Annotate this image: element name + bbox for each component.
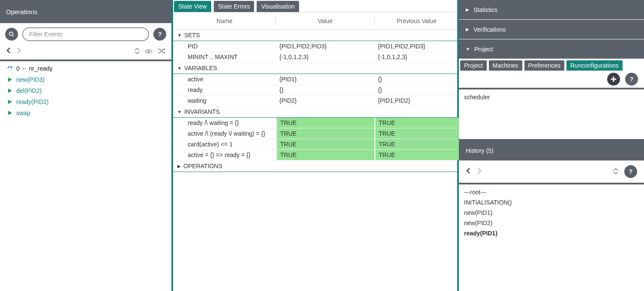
state-panel: State ViewState ErrorsVisualisation Name… bbox=[173, 0, 459, 291]
history-item[interactable]: ready(PID1) bbox=[463, 228, 640, 238]
state-section-variables[interactable]: ▼VARIABLES bbox=[173, 62, 457, 74]
right-panel: ▶Statistics▶Verifications▼Project Projec… bbox=[459, 0, 644, 291]
tab-visualisation[interactable]: Visualisation bbox=[257, 1, 299, 12]
operation-item[interactable]: swap bbox=[0, 107, 171, 119]
cell-value: {} bbox=[276, 85, 374, 95]
sort-icon[interactable] bbox=[135, 48, 140, 55]
table-row[interactable]: PID{PID1,PID2,PID3}{PID1,PID2,PID3} bbox=[173, 41, 457, 52]
section-title: OPERATIONS bbox=[183, 163, 222, 169]
state-section-operations[interactable]: ▶OPERATIONS bbox=[173, 160, 457, 172]
tab-runconfigurations[interactable]: Runconfigurations bbox=[566, 60, 623, 71]
tab-preferences[interactable]: Preferences bbox=[524, 60, 564, 71]
cell-name: ready bbox=[173, 85, 276, 95]
col-name: Name bbox=[173, 12, 276, 29]
operations-title: Operations bbox=[6, 8, 37, 15]
table-row[interactable]: MININT .. MAXINT{-1,0,1,2,3}{-1,0,1,2,3} bbox=[173, 52, 457, 62]
play-icon bbox=[7, 99, 13, 104]
filter-events-input[interactable] bbox=[22, 27, 149, 41]
section-title: VARIABLES bbox=[184, 65, 217, 71]
accordion-label: Project bbox=[474, 46, 493, 53]
play-icon bbox=[7, 110, 13, 116]
search-icon[interactable] bbox=[5, 28, 18, 41]
cell-value: TRUE bbox=[276, 128, 374, 139]
operations-toolbar: ? bbox=[0, 23, 171, 45]
history-item[interactable]: INITIALISATION() bbox=[463, 197, 640, 208]
cell-previous: TRUE bbox=[374, 128, 459, 139]
refresh-icon bbox=[7, 65, 13, 71]
tab-machines[interactable]: Machines bbox=[489, 60, 522, 71]
tab-state-errors[interactable]: State Errors bbox=[214, 1, 255, 12]
operation-label: swap bbox=[16, 110, 30, 116]
random-icon[interactable] bbox=[158, 48, 165, 55]
help-icon[interactable]: ? bbox=[624, 165, 637, 178]
nav-forward-icon[interactable] bbox=[16, 47, 21, 56]
cell-name: MININT .. MAXINT bbox=[173, 52, 276, 62]
cell-value: TRUE bbox=[276, 118, 374, 128]
operation-label: del(PID2) bbox=[16, 87, 42, 94]
state-tabs: State ViewState ErrorsVisualisation bbox=[173, 0, 457, 12]
cell-name: active = {} => ready = {} bbox=[173, 150, 276, 160]
cell-value: {PID1,PID2,PID3} bbox=[276, 41, 374, 51]
cell-name: active /\ (ready \/ waiting) = {} bbox=[173, 128, 276, 139]
operation-item[interactable]: 0 ← nr_ready bbox=[0, 63, 171, 74]
chevron-down-icon: ▼ bbox=[177, 110, 182, 114]
cell-previous: {PID1,PID2,PID3} bbox=[374, 41, 459, 51]
history-back-icon[interactable] bbox=[466, 167, 471, 176]
chevron-right-icon: ▶ bbox=[466, 27, 469, 32]
operation-item[interactable]: new(PID3) bbox=[0, 74, 171, 85]
section-title: INVARIANTS bbox=[184, 108, 220, 115]
cell-name: waiting bbox=[173, 95, 276, 106]
history-item[interactable]: new(PID1) bbox=[463, 208, 640, 218]
state-section-sets[interactable]: ▼SETS bbox=[173, 30, 457, 41]
accordion-project[interactable]: ▼Project bbox=[459, 39, 644, 59]
project-item[interactable]: scheduler bbox=[464, 94, 639, 101]
help-icon[interactable]: ? bbox=[625, 73, 638, 86]
project-tabs: ProjectMachinesPreferencesRunconfigurati… bbox=[459, 59, 644, 71]
cell-value: {PID1} bbox=[276, 74, 374, 84]
history-forward-icon[interactable] bbox=[477, 167, 482, 176]
cell-previous: {} bbox=[374, 85, 459, 95]
help-icon[interactable]: ? bbox=[153, 28, 166, 41]
add-icon[interactable] bbox=[607, 73, 620, 86]
table-row[interactable]: active{PID1}{} bbox=[173, 74, 457, 85]
state-table: Name Value Previous Value ▼SETSPID{PID1,… bbox=[173, 12, 457, 172]
cell-name: card(active) <= 1 bbox=[173, 139, 276, 149]
table-row[interactable]: ready{}{} bbox=[173, 85, 457, 95]
operation-label: ready(PID2) bbox=[16, 98, 48, 105]
table-row[interactable]: active = {} => ready = {}TRUETRUE bbox=[173, 150, 457, 160]
tab-project[interactable]: Project bbox=[460, 60, 487, 71]
table-row[interactable]: ready /\ waiting = {}TRUETRUE bbox=[173, 118, 457, 128]
cell-previous: {PID1,PID2} bbox=[374, 95, 459, 106]
project-actions: ? bbox=[459, 71, 644, 89]
cell-previous: TRUE bbox=[374, 118, 459, 128]
history-item[interactable]: ---root--- bbox=[463, 187, 640, 197]
table-row[interactable]: card(active) <= 1TRUETRUE bbox=[173, 139, 457, 150]
chevron-down-icon: ▼ bbox=[466, 47, 470, 51]
svg-point-2 bbox=[148, 50, 150, 52]
nav-back-icon[interactable] bbox=[6, 47, 11, 56]
operations-panel: Operations ? 0 ← nr_readynew(PID3)del(PI… bbox=[0, 0, 173, 291]
cell-previous: TRUE bbox=[374, 150, 459, 160]
state-table-head: Name Value Previous Value bbox=[173, 12, 457, 30]
accordion-verifications[interactable]: ▶Verifications bbox=[459, 20, 644, 39]
history-list: ---root---INITIALISATION()new(PID1)new(P… bbox=[459, 184, 644, 241]
state-section-invariants[interactable]: ▼INVARIANTS bbox=[173, 106, 457, 118]
operation-item[interactable]: del(PID2) bbox=[0, 85, 171, 96]
accordion-statistics[interactable]: ▶Statistics bbox=[459, 0, 644, 20]
sort-icon[interactable] bbox=[613, 168, 618, 175]
chevron-right-icon: ▶ bbox=[466, 7, 469, 12]
history-header: History (5) bbox=[459, 141, 644, 160]
table-row[interactable]: waiting{PID2}{PID1,PID2} bbox=[173, 95, 457, 106]
eye-icon[interactable] bbox=[145, 48, 153, 55]
project-body: scheduler bbox=[459, 89, 644, 141]
col-prev: Previous Value bbox=[374, 12, 459, 29]
table-row[interactable]: active /\ (ready \/ waiting) = {}TRUETRU… bbox=[173, 128, 457, 139]
history-item[interactable]: new(PID2) bbox=[463, 218, 640, 228]
operations-list: 0 ← nr_readynew(PID3)del(PID2)ready(PID2… bbox=[0, 61, 171, 120]
operation-item[interactable]: ready(PID2) bbox=[0, 96, 171, 107]
play-icon bbox=[7, 77, 13, 82]
accordion-label: Statistics bbox=[473, 6, 497, 13]
tab-state-view[interactable]: State View bbox=[174, 1, 211, 12]
operations-nav bbox=[0, 45, 171, 61]
history-title: History (5) bbox=[466, 147, 494, 154]
